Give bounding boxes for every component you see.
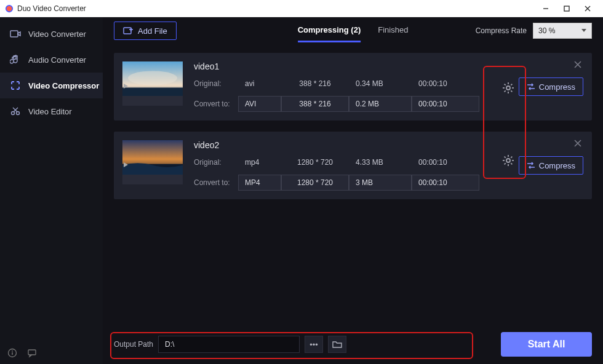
convert-format-select[interactable]: AVI [238, 96, 281, 112]
sidebar-item-label: Video Compressor [28, 81, 99, 90]
window-maximize-button[interactable] [556, 0, 577, 17]
original-duration: 00:00:10 [412, 76, 479, 91]
compress-rate-select[interactable]: 30 % [533, 23, 592, 39]
original-size: 0.34 MB [349, 76, 412, 91]
audio-converter-icon [10, 54, 21, 65]
convert-duration-select[interactable]: 00:00:10 [412, 96, 479, 112]
compress-button[interactable]: Compress [519, 156, 583, 175]
compress-rate-label: Compress Rate [476, 26, 527, 35]
compress-label: Compress [539, 161, 575, 170]
compress-button[interactable]: Compress [519, 77, 583, 96]
window-minimize-button[interactable] [535, 0, 556, 17]
convert-resolution-select[interactable]: 388 * 216 [281, 96, 349, 112]
sidebar-item-video-editor[interactable]: Video Editor [0, 98, 103, 124]
video-list: video1 Original: avi 388 * 216 0.34 MB 0… [103, 44, 603, 325]
highlight-gear-annotation [483, 66, 526, 179]
feedback-icon[interactable] [27, 348, 37, 358]
compress-icon [527, 83, 535, 90]
svg-point-7 [12, 112, 15, 115]
sidebar-item-label: Video Converter [28, 30, 86, 39]
svg-rect-2 [564, 6, 569, 11]
svg-point-0 [6, 5, 13, 12]
highlight-output-annotation [110, 332, 473, 359]
original-format: avi [238, 76, 281, 91]
tab-finished[interactable]: Finished [378, 19, 408, 42]
sidebar-item-video-compressor[interactable]: Video Compressor [0, 73, 103, 98]
video-converter-icon [10, 28, 21, 39]
original-resolution: 1280 * 720 [281, 155, 349, 170]
original-format: mp4 [238, 155, 281, 170]
svg-rect-13 [124, 28, 131, 34]
chevron-down-icon [581, 29, 586, 33]
remove-video-button[interactable] [572, 59, 583, 70]
video-thumbnail[interactable] [122, 61, 183, 106]
sidebar-item-video-converter[interactable]: Video Converter [0, 21, 103, 47]
convert-size-select[interactable]: 3 MB [349, 175, 412, 191]
svg-point-8 [17, 112, 20, 115]
svg-marker-20 [124, 84, 128, 89]
svg-rect-12 [28, 350, 36, 355]
add-file-button[interactable]: Add File [114, 22, 177, 40]
convert-to-label: Convert to: [194, 100, 238, 108]
convert-format-select[interactable]: MP4 [238, 175, 281, 191]
info-icon[interactable] [7, 348, 17, 358]
compress-rate-value: 30 % [538, 26, 555, 35]
video-compressor-icon [10, 80, 21, 91]
original-duration: 00:00:10 [412, 155, 479, 170]
footer: Output Path ••• Start All [103, 325, 603, 364]
svg-rect-5 [10, 31, 18, 37]
original-size: 4.33 MB [349, 155, 412, 170]
remove-video-button[interactable] [572, 138, 583, 149]
compress-label: Compress [539, 82, 575, 92]
convert-duration-select[interactable]: 00:00:10 [412, 175, 479, 191]
convert-to-label: Convert to: [194, 178, 238, 187]
original-label: Original: [194, 79, 238, 88]
add-file-icon [123, 26, 133, 35]
sidebar: Video Converter Audio Converter Video Co… [0, 17, 103, 364]
video-editor-icon [10, 106, 21, 117]
play-icon [122, 96, 183, 106]
app-logo-icon [5, 4, 14, 13]
sidebar-item-label: Video Editor [28, 107, 72, 116]
convert-size-select[interactable]: 0.2 MB [349, 96, 412, 112]
add-file-label: Add File [138, 26, 167, 36]
header: Add File Compressing (2) Finished Compre… [103, 17, 603, 44]
compress-icon [527, 162, 535, 169]
tab-compressing[interactable]: Compressing (2) [298, 19, 361, 42]
original-resolution: 388 * 216 [281, 76, 349, 91]
svg-marker-25 [124, 162, 128, 167]
convert-resolution-select[interactable]: 1280 * 720 [281, 175, 349, 191]
titlebar: Duo Video Converter [0, 0, 603, 17]
play-icon [122, 175, 183, 184]
app-title: Duo Video Converter [17, 4, 535, 13]
start-all-button[interactable]: Start All [501, 332, 592, 357]
sidebar-item-label: Audio Converter [28, 55, 86, 65]
svg-marker-6 [18, 32, 20, 36]
original-label: Original: [194, 158, 238, 167]
svg-point-11 [12, 350, 13, 352]
window-close-button[interactable] [577, 0, 598, 17]
video-thumbnail[interactable] [122, 140, 183, 184]
sidebar-item-audio-converter[interactable]: Audio Converter [0, 47, 103, 73]
svg-marker-16 [581, 29, 586, 32]
